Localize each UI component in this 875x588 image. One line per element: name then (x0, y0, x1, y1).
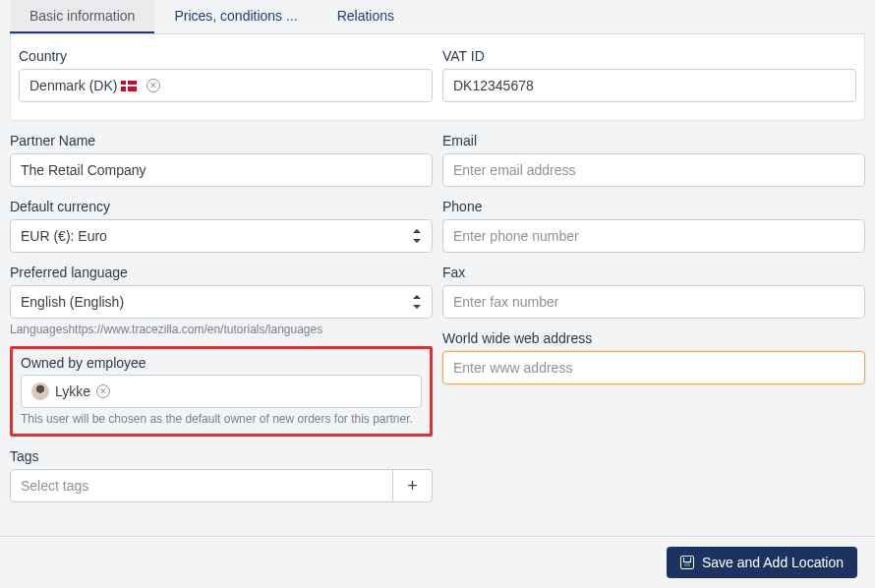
denmark-flag-icon (121, 81, 137, 91)
tab-prices-conditions[interactable]: Prices, conditions ... (154, 0, 317, 33)
select-arrows-icon (412, 295, 422, 309)
partner-name-field: Partner Name (10, 133, 433, 187)
preferred-language-label: Preferred language (10, 265, 433, 280)
tags-input-inner[interactable] (21, 478, 382, 494)
phone-field: Phone (442, 199, 865, 253)
tags-input[interactable] (10, 469, 393, 502)
phone-input-inner[interactable] (453, 228, 854, 244)
www-field: World wide web address (442, 330, 865, 384)
country-clear-icon[interactable]: ✕ (146, 79, 160, 92)
avatar-icon (31, 382, 49, 400)
owned-by-employee-label: Owned by employee (21, 355, 422, 371)
footer-bar: Save and Add Location (0, 536, 875, 588)
preferred-language-hint: Languageshttps://www.tracezilla.com/en/t… (10, 323, 433, 336)
partner-name-input-inner[interactable] (21, 162, 422, 178)
owner-clear-icon[interactable]: ✕ (96, 384, 110, 398)
save-button-label: Save and Add Location (702, 555, 844, 570)
add-tag-button[interactable]: + (393, 469, 433, 502)
fax-input[interactable] (442, 285, 865, 319)
email-field: Email (442, 133, 865, 187)
fax-label: Fax (442, 265, 865, 280)
www-input-inner[interactable] (453, 360, 854, 376)
country-value: Denmark (DK) (29, 78, 117, 93)
email-input-inner[interactable] (453, 162, 854, 178)
tab-relations[interactable]: Relations (318, 0, 414, 33)
country-label: Country (19, 48, 433, 64)
save-icon (680, 556, 694, 569)
email-input[interactable] (442, 153, 865, 187)
phone-input[interactable] (442, 219, 865, 253)
vat-field: VAT ID (442, 48, 856, 102)
country-field: Country Denmark (DK) ✕ (19, 48, 433, 102)
preferred-language-field: Preferred language English (English) Lan… (10, 265, 433, 336)
vat-input-inner[interactable] (453, 78, 846, 93)
basic-info-panel: Country Denmark (DK) ✕ VAT ID (10, 34, 865, 121)
country-input[interactable]: Denmark (DK) ✕ (19, 69, 433, 102)
tabs: Basic information Prices, conditions ...… (10, 0, 865, 34)
tags-label: Tags (10, 448, 433, 464)
phone-label: Phone (442, 199, 865, 214)
tags-field: Tags + (10, 448, 433, 502)
select-arrows-icon (412, 229, 422, 243)
vat-input[interactable] (442, 69, 856, 102)
vat-label: VAT ID (442, 48, 856, 64)
save-and-add-location-button[interactable]: Save and Add Location (667, 547, 857, 578)
www-input[interactable] (442, 351, 865, 384)
preferred-language-select[interactable]: English (English) (10, 285, 433, 319)
preferred-language-value: English (English) (21, 294, 124, 310)
fax-field: Fax (442, 265, 865, 319)
default-currency-label: Default currency (10, 199, 433, 214)
owned-by-employee-hint: This user will be chosen as the default … (21, 412, 422, 426)
email-label: Email (442, 133, 865, 148)
owned-by-employee-highlight: Owned by employee Lykke ✕ This user will… (10, 346, 433, 437)
default-currency-field: Default currency EUR (€): Euro (10, 199, 433, 253)
owned-by-employee-input[interactable]: Lykke ✕ (21, 375, 422, 408)
default-currency-select[interactable]: EUR (€): Euro (10, 219, 433, 253)
default-currency-value: EUR (€): Euro (21, 228, 107, 244)
partner-name-input[interactable] (10, 153, 433, 187)
partner-name-label: Partner Name (10, 133, 433, 148)
fax-input-inner[interactable] (453, 294, 854, 310)
tab-basic-information[interactable]: Basic information (10, 0, 154, 33)
www-label: World wide web address (442, 330, 865, 346)
owned-by-employee-value: Lykke (55, 383, 90, 399)
